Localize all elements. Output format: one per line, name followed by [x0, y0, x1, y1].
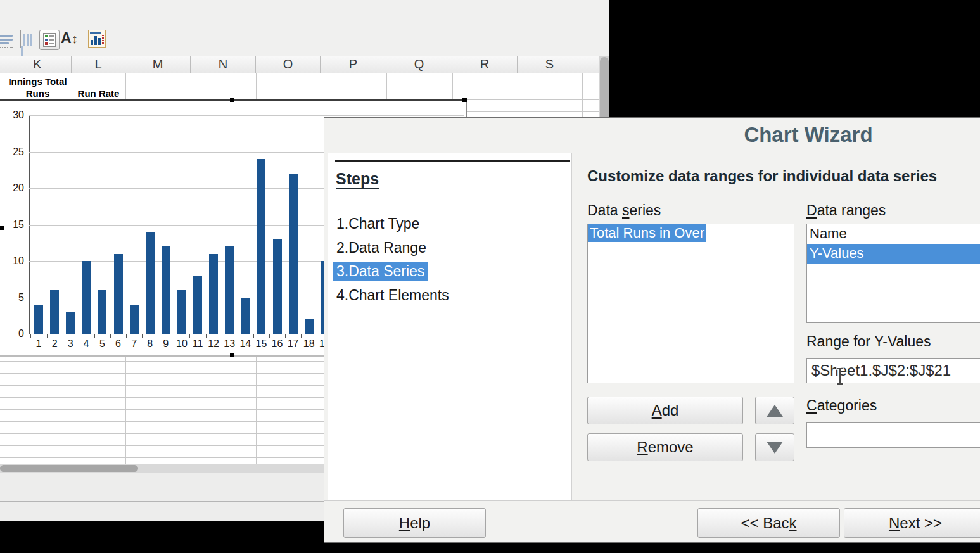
dialog-bottom-separator [324, 500, 980, 501]
x-axis-tick [94, 334, 95, 338]
y-tick-label: 0 [0, 328, 24, 340]
x-axis-tick [30, 334, 31, 338]
x-axis-tick [222, 334, 222, 338]
y-tick-label: 20 [0, 182, 24, 194]
selection-handle-top-mid[interactable] [230, 98, 234, 102]
range-y-input[interactable]: $Sheet1.$J$2:$J$21 [806, 358, 980, 383]
chart-type-icon[interactable] [88, 30, 106, 50]
x-axis-tick [47, 334, 48, 338]
bar-18[interactable] [305, 319, 314, 334]
bar-16[interactable] [273, 239, 282, 334]
x-axis-tick [126, 334, 127, 338]
chart-wizard-dialog: Chart Wizard Steps 1.Chart Type2.Data Ra… [324, 117, 980, 543]
data-ranges-listbox[interactable]: NameY-Values [806, 224, 980, 323]
x-tick-label: 11 [189, 338, 206, 350]
steps-separator [335, 160, 570, 162]
x-axis-tick [206, 334, 207, 338]
x-tick-label: 4 [78, 338, 94, 350]
bar-10[interactable] [177, 290, 186, 334]
x-tick-label: 10 [174, 338, 190, 350]
selection-handle-top-right[interactable] [462, 98, 467, 102]
cell-l1[interactable]: Run Rate [72, 88, 125, 100]
column-header-M[interactable]: M [125, 56, 191, 73]
column-header-P[interactable]: P [321, 56, 386, 73]
step-item-data-range[interactable]: 2.Data Range [333, 238, 430, 258]
bar-8[interactable] [146, 232, 155, 334]
data-range-item-y-values[interactable]: Y-Values [807, 244, 980, 264]
move-up-button[interactable] [755, 397, 794, 424]
bar-13[interactable] [225, 246, 234, 334]
bar-11[interactable] [193, 276, 202, 334]
selection-handle-bottom-mid[interactable] [230, 353, 234, 357]
data-ranges-label: Data ranges [806, 202, 886, 219]
bar-2[interactable] [50, 290, 59, 334]
step-item-chart-type[interactable]: 1.Chart Type [333, 214, 423, 234]
data-in-columns-icon[interactable] [18, 30, 37, 50]
help-button[interactable]: Help [343, 508, 486, 538]
move-down-button[interactable] [755, 433, 794, 461]
column-header-R[interactable]: R [452, 56, 518, 73]
x-axis-tick [79, 334, 79, 338]
x-axis-tick [158, 334, 158, 338]
next-button[interactable]: Next >> [844, 508, 980, 538]
cell-k1[interactable]: Innings Total Runs [4, 76, 72, 100]
categories-label: Categories [806, 397, 877, 414]
x-axis-tick [301, 334, 302, 338]
y-tick-label: 10 [0, 255, 24, 267]
bar-15[interactable] [257, 159, 265, 334]
bar-9[interactable] [162, 246, 170, 334]
bar-17[interactable] [289, 174, 298, 334]
y-gridline [29, 115, 464, 116]
column-header-partial[interactable] [582, 56, 599, 73]
step-item-data-series[interactable]: 3.Data Series [333, 262, 428, 281]
legend-on-off-icon[interactable] [39, 30, 60, 50]
up-arrow-icon [767, 405, 783, 417]
x-tick-label: 3 [62, 338, 79, 350]
horizontal-scrollbar-thumb[interactable] [0, 465, 138, 472]
x-tick-label: 18 [301, 338, 317, 350]
x-axis-tick [110, 334, 111, 338]
back-button[interactable]: << Back [697, 508, 840, 538]
bar-6[interactable] [114, 254, 123, 334]
bar-3[interactable] [66, 312, 75, 334]
x-axis-tick [238, 334, 238, 338]
x-tick-label: 9 [158, 338, 174, 350]
x-tick-label: 15 [253, 338, 269, 350]
x-axis-tick [269, 334, 270, 338]
remove-button[interactable]: Remove [587, 433, 743, 461]
bar-12[interactable] [209, 254, 218, 334]
data-series-item-selected[interactable]: Total Runs in Over [588, 224, 706, 242]
x-axis-tick [142, 334, 143, 338]
bar-4[interactable] [82, 261, 91, 334]
page-heading: Customize data ranges for individual dat… [587, 167, 937, 185]
x-tick-label: 16 [269, 338, 286, 350]
steps-title: Steps [336, 170, 379, 188]
bar-5[interactable] [98, 290, 106, 334]
x-axis-tick [189, 334, 190, 338]
column-header-K[interactable]: K [4, 56, 72, 73]
column-header-O[interactable]: O [256, 56, 321, 73]
column-header-N[interactable]: N [191, 56, 256, 73]
step-item-chart-elements[interactable]: 4.Chart Elements [333, 286, 452, 305]
x-tick-label: 13 [221, 338, 238, 350]
column-header-L[interactable]: L [72, 56, 125, 73]
text-scale-icon[interactable]: A↕ [61, 30, 84, 50]
dialog-title: Chart Wizard [744, 123, 872, 147]
bar-7[interactable] [130, 305, 139, 334]
bar-1[interactable] [34, 305, 43, 334]
x-tick-label: 6 [110, 338, 127, 350]
x-tick-label: 12 [205, 338, 222, 350]
data-in-rows-icon[interactable] [0, 30, 14, 50]
column-header-Q[interactable]: Q [386, 56, 452, 73]
column-headers[interactable]: KLMNOPQRS [0, 56, 599, 73]
data-series-listbox[interactable]: Total Runs in Over [587, 224, 794, 383]
x-tick-label: 17 [285, 338, 302, 350]
data-series-label: Data series [587, 202, 661, 219]
column-header-S[interactable]: S [518, 56, 582, 73]
bar-14[interactable] [241, 298, 250, 334]
selection-handle-left-mid[interactable] [0, 226, 4, 230]
data-range-item-name[interactable]: Name [807, 224, 980, 244]
y-tick-label: 30 [0, 110, 24, 121]
add-button[interactable]: Add [587, 397, 743, 424]
categories-input[interactable] [806, 422, 980, 448]
